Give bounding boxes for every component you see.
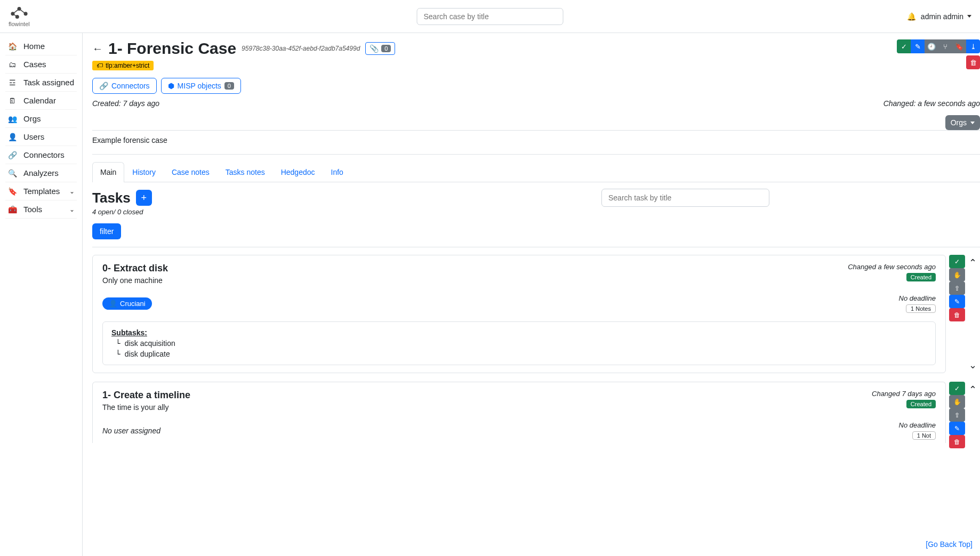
flowintel-logo-icon xyxy=(9,6,29,20)
task-notes-badge: 1 Notes xyxy=(906,304,936,313)
orgs-icon: 👥 xyxy=(7,115,17,123)
misp-count-badge: 0 xyxy=(224,82,234,90)
fork-icon: ⑂ xyxy=(943,43,947,51)
task-collapse-down[interactable]: ⌄ xyxy=(968,359,977,371)
task-export-button[interactable]: ⇪ xyxy=(949,281,965,295)
tasks-title: Tasks xyxy=(92,190,131,206)
check-icon: ✓ xyxy=(954,258,960,265)
sidebar-item-tools[interactable]: 🧰Tools⌄ xyxy=(5,200,77,219)
case-title: 1- Forensic Case xyxy=(108,39,236,58)
subtasks-box: Subtasks: disk acquisition disk duplicat… xyxy=(102,321,936,365)
task-card[interactable]: 1- Create a timeline The time is your al… xyxy=(92,382,946,443)
tab-main[interactable]: Main xyxy=(92,162,124,182)
caret-down-icon xyxy=(967,15,971,18)
download-button[interactable]: ⤓ xyxy=(966,39,980,53)
edit-icon: ✎ xyxy=(954,425,960,432)
sidebar-item-templates[interactable]: 🔖Templates⌄ xyxy=(5,182,77,200)
user-name: admin admin xyxy=(921,12,963,21)
link-icon: 🔗 xyxy=(99,82,108,90)
task-search-input[interactable] xyxy=(601,189,769,207)
task-delete-button[interactable]: 🗑 xyxy=(949,435,965,448)
task-title: 0- Extract disk xyxy=(102,263,168,274)
check-icon: ✓ xyxy=(954,385,960,392)
tab-case-notes[interactable]: Case notes xyxy=(164,162,218,182)
fork-button[interactable]: ⑂ xyxy=(938,39,952,53)
attachments-pill[interactable]: 📎 0 xyxy=(365,42,395,55)
complete-case-button[interactable]: ✓ xyxy=(897,39,911,53)
back-arrow-icon[interactable]: ← xyxy=(92,43,103,55)
delete-case-button[interactable]: 🗑 xyxy=(966,55,980,69)
sidebar-item-orgs[interactable]: 👥Orgs xyxy=(5,110,77,128)
notification-bell-icon[interactable]: 🔔 xyxy=(907,12,914,21)
task-collapse-up[interactable]: ⌃ xyxy=(968,384,977,396)
share-icon: ⇪ xyxy=(954,285,960,292)
orgs-dropdown-button[interactable]: Orgs xyxy=(945,115,980,130)
edit-case-button[interactable]: ✎ xyxy=(911,39,925,53)
sidebar-item-analyzers[interactable]: 🔍Analyzers xyxy=(5,164,77,182)
recurring-button[interactable]: 🕘 xyxy=(925,39,938,53)
task-description: Only one machine xyxy=(102,276,168,285)
subtasks-heading: Subtasks: xyxy=(111,328,927,337)
task-assigned-icon: ☲ xyxy=(7,78,17,87)
global-search-input[interactable] xyxy=(417,8,564,25)
task-complete-button[interactable]: ✓ xyxy=(949,382,965,395)
task-export-button[interactable]: ⇪ xyxy=(949,408,965,422)
user-menu[interactable]: admin admin xyxy=(921,12,971,21)
cubes-icon: ⬢ xyxy=(168,82,174,90)
tab-tasks-notes[interactable]: Tasks notes xyxy=(218,162,273,182)
download-icon: ⤓ xyxy=(970,43,976,51)
templates-icon: 🔖 xyxy=(7,187,17,196)
cases-icon: 🗂 xyxy=(7,60,17,69)
task-collapse-up[interactable]: ⌃ xyxy=(968,257,977,269)
task-status-badge: Created xyxy=(906,273,936,281)
case-created: Created: 7 days ago xyxy=(92,99,159,108)
brand-text: flowintel xyxy=(9,21,30,27)
tools-icon: 🧰 xyxy=(7,205,17,214)
subtask-item[interactable]: disk duplicate xyxy=(111,350,927,358)
sidebar-item-home[interactable]: 🏠Home xyxy=(5,37,77,55)
task-assignee[interactable]: 👤 Cruciani xyxy=(102,297,152,310)
task-assign-button[interactable]: ✋ xyxy=(949,395,965,408)
tag-icon: 🏷 xyxy=(97,62,103,69)
filter-button[interactable]: filter xyxy=(92,223,121,239)
chevron-down-icon: ⌄ xyxy=(69,206,75,213)
task-edit-button[interactable]: ✎ xyxy=(949,422,965,435)
sidebar-item-cases[interactable]: 🗂Cases xyxy=(5,55,77,74)
svg-line-4 xyxy=(13,9,19,13)
task-delete-button[interactable]: 🗑 xyxy=(949,308,965,321)
add-task-button[interactable]: + xyxy=(136,190,152,206)
task-deadline: No deadline xyxy=(899,294,936,302)
go-back-top-link[interactable]: [Go Back Top] xyxy=(926,540,973,549)
task-changed: Changed a few seconds ago xyxy=(848,263,936,271)
chevron-down-icon: ⌄ xyxy=(69,188,75,195)
tlp-tag[interactable]: 🏷 tlp:amber+strict xyxy=(92,61,154,70)
tab-info[interactable]: Info xyxy=(323,162,351,182)
task-notes-badge: 1 Not xyxy=(912,431,936,440)
bookmark-button[interactable]: 🔖 xyxy=(952,39,966,53)
tab-hedgedoc[interactable]: Hedgedoc xyxy=(273,162,323,182)
brand-logo[interactable]: flowintel xyxy=(9,6,30,27)
sidebar-item-connectors[interactable]: 🔗Connectors xyxy=(5,146,77,164)
attachment-count: 0 xyxy=(381,45,391,52)
sidebar-item-task-assigned[interactable]: ☲Task assigned xyxy=(5,74,77,92)
task-edit-button[interactable]: ✎ xyxy=(949,295,965,308)
sidebar: 🏠Home 🗂Cases ☲Task assigned 🗓Calendar 👥O… xyxy=(0,33,83,556)
task-status-badge: Created xyxy=(906,400,936,408)
trash-icon: 🗑 xyxy=(954,311,960,319)
sidebar-item-users[interactable]: 👤Users xyxy=(5,128,77,146)
analyzers-icon: 🔍 xyxy=(7,169,17,178)
task-changed: Changed 7 days ago xyxy=(872,390,936,398)
svg-line-5 xyxy=(19,9,26,13)
task-assign-button[interactable]: ✋ xyxy=(949,268,965,281)
case-tabs: Main History Case notes Tasks notes Hedg… xyxy=(92,162,980,182)
sidebar-item-calendar[interactable]: 🗓Calendar xyxy=(5,92,77,110)
task-complete-button[interactable]: ✓ xyxy=(949,255,965,268)
share-icon: ⇪ xyxy=(954,412,960,419)
subtask-item[interactable]: disk acquisition xyxy=(111,339,927,348)
connectors-button[interactable]: 🔗 Connectors xyxy=(92,78,157,94)
task-card[interactable]: 0- Extract disk Only one machine Changed… xyxy=(92,255,946,373)
edit-icon: ✎ xyxy=(915,43,921,51)
trash-icon: 🗑 xyxy=(970,59,977,67)
misp-objects-button[interactable]: ⬢ MISP objects 0 xyxy=(161,78,241,94)
tab-history[interactable]: History xyxy=(124,162,164,182)
